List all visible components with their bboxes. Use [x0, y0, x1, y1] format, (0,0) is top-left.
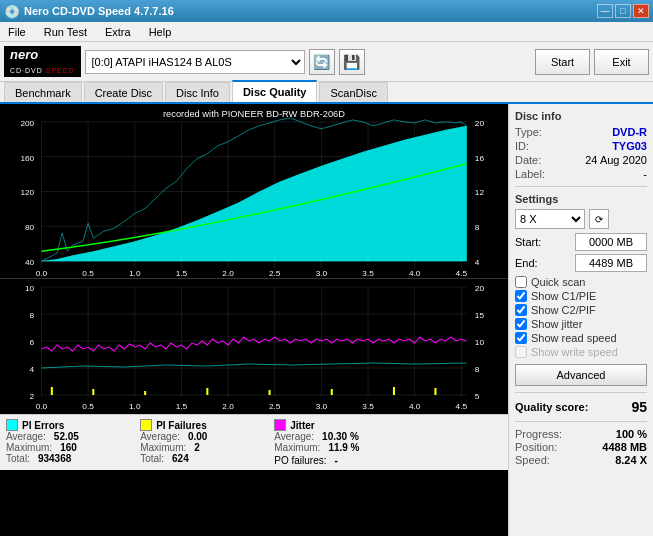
- tab-create-disc[interactable]: Create Disc: [84, 82, 163, 102]
- pi-errors-total-row: Total: 934368: [6, 453, 120, 464]
- svg-text:20: 20: [475, 284, 485, 293]
- svg-text:40: 40: [25, 258, 35, 267]
- settings-icon-button[interactable]: ⟳: [589, 209, 609, 229]
- title-text: Nero CD-DVD Speed 4.7.7.16: [24, 5, 174, 17]
- show-write-speed-label: Show write speed: [531, 346, 618, 358]
- jitter-max-row: Maximum: 11.9 %: [274, 442, 394, 453]
- show-c1-checkbox[interactable]: [515, 290, 527, 302]
- progress-value-row: Progress: 100 %: [515, 428, 647, 440]
- maximize-button[interactable]: □: [615, 4, 631, 18]
- tab-disc-info[interactable]: Disc Info: [165, 82, 230, 102]
- svg-text:20: 20: [475, 119, 485, 128]
- minimize-button[interactable]: —: [597, 4, 613, 18]
- pi-failures-label: PI Failures: [140, 419, 254, 431]
- end-input[interactable]: [575, 254, 647, 272]
- upper-chart-svg: recorded with PIONEER BD-RW BDR-206D: [0, 104, 508, 278]
- start-input[interactable]: [575, 233, 647, 251]
- quick-scan-label: Quick scan: [531, 276, 585, 288]
- end-row: End:: [515, 254, 647, 272]
- svg-text:1.0: 1.0: [129, 402, 141, 411]
- title-icon: 💿: [4, 4, 20, 19]
- chart-area: recorded with PIONEER BD-RW BDR-206D: [0, 104, 508, 536]
- svg-text:3.5: 3.5: [362, 402, 374, 411]
- jitter-stats: Jitter Average: 10.30 % Maximum: 11.9 % …: [274, 419, 394, 466]
- divider-1: [515, 186, 647, 187]
- toolbar: nero CD·DVD SPEED [0:0] ATAPI iHAS124 B …: [0, 42, 653, 82]
- quality-score-row: Quality score: 95: [515, 399, 647, 415]
- disc-id-row: ID: TYG03: [515, 140, 647, 152]
- divider-3: [515, 421, 647, 422]
- progress-section: Progress: 100 % Position: 4488 MB Speed:…: [515, 428, 647, 466]
- show-c1-label: Show C1/PIE: [531, 290, 596, 302]
- show-read-speed-checkbox[interactable]: [515, 332, 527, 344]
- chart-title-text: recorded with PIONEER BD-RW BDR-206D: [163, 109, 345, 119]
- pi-errors-average-row: Average: 52.05: [6, 431, 120, 442]
- main-content: recorded with PIONEER BD-RW BDR-206D: [0, 104, 653, 536]
- svg-text:4.5: 4.5: [456, 269, 468, 278]
- svg-text:12: 12: [475, 189, 485, 198]
- speed-select[interactable]: 8 X: [515, 209, 585, 229]
- svg-text:200: 200: [20, 119, 34, 128]
- svg-text:160: 160: [20, 154, 34, 163]
- svg-text:5: 5: [475, 392, 480, 401]
- svg-text:3.0: 3.0: [316, 402, 328, 411]
- show-c2-checkbox[interactable]: [515, 304, 527, 316]
- position-row: Position: 4488 MB: [515, 441, 647, 453]
- disc-info-title: Disc info: [515, 110, 647, 122]
- titlebar-left: 💿 Nero CD-DVD Speed 4.7.7.16: [4, 4, 174, 19]
- svg-text:1.5: 1.5: [176, 269, 188, 278]
- logo: nero CD·DVD SPEED: [4, 46, 81, 76]
- quick-scan-checkbox[interactable]: [515, 276, 527, 288]
- pi-errors-stats: PI Errors Average: 52.05 Maximum: 160 To…: [6, 419, 120, 466]
- logo-subtext: CD·DVD SPEED: [10, 67, 75, 74]
- menu-run test[interactable]: Run Test: [40, 24, 91, 40]
- svg-text:3.5: 3.5: [362, 269, 374, 278]
- svg-text:4.0: 4.0: [409, 402, 421, 411]
- tab-benchmark[interactable]: Benchmark: [4, 82, 82, 102]
- save-button[interactable]: 💾: [339, 49, 365, 75]
- svg-text:0.0: 0.0: [36, 402, 48, 411]
- advanced-button[interactable]: Advanced: [515, 364, 647, 386]
- svg-text:8: 8: [30, 311, 35, 320]
- show-c2-label: Show C2/PIF: [531, 304, 596, 316]
- tab-scan-disc[interactable]: ScanDisc: [319, 82, 387, 102]
- divider-2: [515, 392, 647, 393]
- start-button[interactable]: Start: [535, 49, 590, 75]
- refresh-button[interactable]: 🔄: [309, 49, 335, 75]
- show-jitter-row: Show jitter: [515, 318, 647, 330]
- right-panel: Disc info Type: DVD-R ID: TYG03 Date: 24…: [508, 104, 653, 536]
- stats-bar: PI Errors Average: 52.05 Maximum: 160 To…: [0, 414, 508, 470]
- show-write-speed-row: Show write speed: [515, 346, 647, 358]
- drive-select[interactable]: [0:0] ATAPI iHAS124 B AL0S: [85, 50, 305, 74]
- svg-text:2: 2: [30, 392, 35, 401]
- svg-text:1.0: 1.0: [129, 269, 141, 278]
- logo-text: nero: [10, 47, 38, 62]
- svg-text:6: 6: [30, 338, 35, 347]
- pi-failures-total-row: Total: 624: [140, 453, 254, 464]
- po-failures-row: PO failures: -: [274, 455, 394, 466]
- pi-failures-color: [140, 419, 152, 431]
- show-c1-row: Show C1/PIE: [515, 290, 647, 302]
- quick-scan-row: Quick scan: [515, 276, 647, 288]
- close-button[interactable]: ✕: [633, 4, 649, 18]
- svg-text:4: 4: [30, 365, 35, 374]
- titlebar: 💿 Nero CD-DVD Speed 4.7.7.16 — □ ✕: [0, 0, 653, 22]
- lower-chart: 10 8 6 4 2 20 15 10 8 5 0.0 0.5 1.0 1.5 …: [0, 279, 508, 414]
- titlebar-controls: — □ ✕: [597, 4, 649, 18]
- pi-failures-stats: PI Failures Average: 0.00 Maximum: 2 Tot…: [140, 419, 254, 466]
- menu-file[interactable]: File: [4, 24, 30, 40]
- svg-text:10: 10: [25, 284, 35, 293]
- show-read-speed-label: Show read speed: [531, 332, 617, 344]
- menu-help[interactable]: Help: [145, 24, 176, 40]
- show-write-speed-checkbox: [515, 346, 527, 358]
- svg-text:4.0: 4.0: [409, 269, 421, 278]
- show-jitter-checkbox[interactable]: [515, 318, 527, 330]
- tab-disc-quality[interactable]: Disc Quality: [232, 80, 318, 102]
- show-jitter-label: Show jitter: [531, 318, 582, 330]
- exit-button[interactable]: Exit: [594, 49, 649, 75]
- svg-text:4: 4: [475, 258, 480, 267]
- show-c2-row: Show C2/PIF: [515, 304, 647, 316]
- pi-failures-max-row: Maximum: 2: [140, 442, 254, 453]
- speed-setting-row: 8 X ⟳: [515, 209, 647, 229]
- menu-extra[interactable]: Extra: [101, 24, 135, 40]
